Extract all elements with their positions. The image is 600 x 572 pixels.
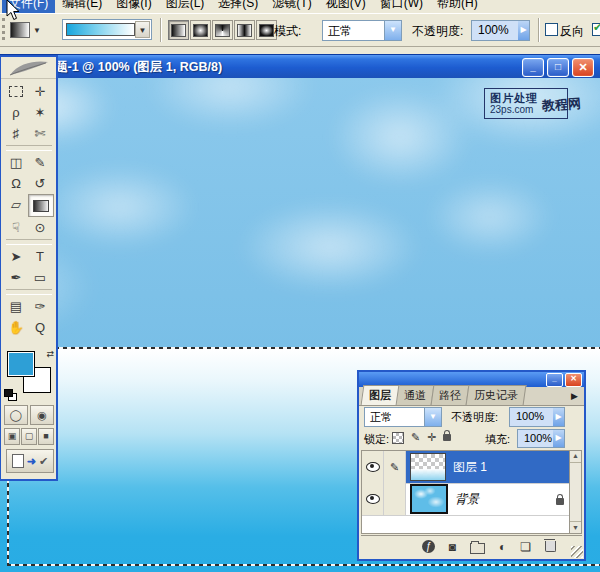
menu-图层[interactable]: 图层(L) (159, 0, 212, 13)
background-thumbnail[interactable] (410, 484, 448, 514)
tool-type[interactable]: T (28, 246, 52, 267)
add-mask-button[interactable]: ◙ (449, 541, 456, 553)
palette-resize-grip[interactable] (571, 546, 583, 558)
layer-list: ✎ 图层 1 背景 ▲ ▼ (361, 450, 582, 534)
tool-slice[interactable]: ✄ (28, 123, 52, 144)
dither-checkbox[interactable] (592, 23, 600, 36)
tool-eyedropper[interactable]: ✑ (28, 296, 52, 317)
chevron-down-icon[interactable]: ▼ (424, 408, 441, 426)
maximize-button[interactable]: □ (547, 58, 569, 77)
tab-paths[interactable]: 路径 (431, 385, 470, 405)
tool-magic-wand[interactable]: ✶ (28, 102, 52, 123)
menu-bar: 文件(F)编辑(E)图像(I)图层(L)选择(S)滤镜(T)视图(V)窗口(W)… (0, 0, 600, 13)
new-layer-button[interactable]: ❏ (520, 541, 531, 553)
tool-rect-marquee[interactable] (4, 81, 28, 102)
linear-gradient-button[interactable] (168, 20, 189, 40)
toolbox-header[interactable] (1, 57, 56, 79)
palette-menu-arrow-icon[interactable]: ▶ (571, 391, 578, 401)
foreground-color-swatch[interactable] (7, 351, 35, 377)
gradient-tool-preset-button[interactable]: ▼ (10, 21, 44, 39)
tab-history[interactable]: 历史记录 (466, 385, 527, 405)
angle-gradient-button[interactable] (212, 20, 233, 40)
tool-hand[interactable]: ✋ (4, 317, 28, 338)
layers-palette[interactable]: _ ✕ 图层 通道 路径 历史记录 ▶ 正常 ▼ 不透明度: 100% ▶ 锁定… (357, 370, 586, 561)
tool-path-select[interactable]: ➤ (4, 246, 28, 267)
jump-to-imageready-button[interactable]: ➜ ✔ (6, 449, 54, 473)
tool-notes[interactable]: ▤ (4, 296, 28, 317)
tab-channels[interactable]: 通道 (396, 385, 435, 405)
gradient-picker[interactable]: ▼ (62, 19, 152, 40)
quick-mask-mode-button[interactable]: ◉ (30, 405, 54, 425)
chevron-down-icon[interactable]: ▼ (384, 21, 401, 40)
swap-colors-icon[interactable]: ⇄ (46, 349, 54, 359)
tool-dodge[interactable]: ⊙ (28, 217, 52, 238)
layer-opacity-field[interactable]: 100% ▶ (509, 407, 565, 427)
visibility-cell[interactable] (362, 483, 384, 515)
options-bar-grip[interactable] (2, 18, 5, 40)
tool-blur[interactable]: ☟ (4, 217, 28, 238)
fullscreen-menubar-button[interactable]: ▢ (21, 428, 37, 445)
tool-gradient[interactable] (28, 194, 54, 217)
tool-history-brush[interactable]: ↺ (28, 173, 52, 194)
toolbox-palette[interactable]: ✛ρ✶♯✄◫✎Ω↺▱☟⊙➤T✒▭▤✑✋Q ⇄ ◯ ◉ ▣ ▢ ■ ➜ ✔ (0, 55, 58, 481)
layer-style-button[interactable]: ƒ (422, 540, 435, 553)
default-colors-icon[interactable] (4, 389, 16, 400)
lock-pixels-icon[interactable]: ✎ (411, 431, 420, 444)
layer-row-layer1[interactable]: ✎ 图层 1 (362, 451, 570, 484)
minimize-button[interactable]: _ (522, 58, 544, 77)
tool-lasso[interactable]: ρ (4, 102, 28, 123)
tab-layers[interactable]: 图层 (361, 385, 400, 405)
tool-eraser[interactable]: ▱ (4, 194, 28, 215)
chevron-right-icon[interactable]: ▶ (553, 408, 564, 426)
lock-position-icon[interactable]: ✛ (427, 431, 436, 444)
menu-窗口[interactable]: 窗口(W) (373, 0, 430, 13)
layer-name[interactable]: 背景 (455, 491, 556, 508)
menu-图像[interactable]: 图像(I) (109, 0, 158, 13)
reflected-gradient-button[interactable] (234, 20, 255, 40)
menu-帮助[interactable]: 帮助(H) (430, 0, 485, 13)
lock-all-icon[interactable] (443, 434, 451, 441)
tool-pen[interactable]: ✒ (4, 267, 28, 288)
chevron-right-icon[interactable]: ▶ (518, 21, 529, 40)
fill-field[interactable]: 100% ▶ (517, 429, 565, 448)
standard-screen-button[interactable]: ▣ (4, 428, 20, 445)
visibility-cell[interactable] (362, 451, 384, 483)
link-cell[interactable]: ✎ (384, 451, 406, 483)
tool-clone-stamp[interactable]: Ω (4, 173, 28, 194)
blend-mode-select[interactable]: 正常 ▼ (322, 20, 402, 41)
palette-minimize-button[interactable]: _ (546, 373, 563, 387)
opacity-field[interactable]: 100% ▶ (471, 20, 530, 41)
menu-滤镜[interactable]: 滤镜(T) (265, 0, 318, 13)
tool-zoom[interactable]: Q (28, 317, 52, 338)
layer-blend-mode-select[interactable]: 正常 ▼ (364, 407, 442, 427)
scroll-up-icon[interactable]: ▲ (570, 451, 581, 463)
delete-layer-button[interactable] (545, 541, 556, 552)
tool-move[interactable]: ✛ (28, 81, 52, 102)
chevron-right-icon[interactable]: ▶ (553, 430, 564, 447)
layer1-thumbnail[interactable] (410, 453, 446, 481)
document-window-titlebar[interactable]: 未标题-1 @ 100% (图层 1, RGB/8) _ □ ✕ (0, 54, 600, 78)
gradient-picker-dropdown[interactable]: ▼ (135, 21, 150, 38)
palette-close-button[interactable]: ✕ (565, 373, 582, 387)
tool-healing-brush[interactable]: ◫ (4, 152, 28, 173)
layer-name[interactable]: 图层 1 (453, 459, 570, 476)
layer-list-scrollbar[interactable]: ▲ ▼ (569, 451, 581, 533)
adjustment-layer-button[interactable]: ◐ (499, 541, 506, 553)
menu-选择[interactable]: 选择(S) (211, 0, 265, 13)
tool-brush[interactable]: ✎ (28, 152, 52, 173)
tool-crop[interactable]: ♯ (4, 123, 28, 144)
tool-shape[interactable]: ▭ (28, 267, 52, 288)
reverse-label[interactable]: 反向 (560, 23, 584, 40)
menu-视图[interactable]: 视图(V) (319, 0, 373, 13)
menu-编辑[interactable]: 编辑(E) (55, 0, 109, 13)
standard-mode-button[interactable]: ◯ (4, 405, 28, 425)
new-group-button[interactable] (470, 543, 485, 554)
layer-row-background[interactable]: 背景 (362, 483, 570, 516)
lock-transparency-icon[interactable] (392, 432, 404, 444)
scroll-down-icon[interactable]: ▼ (570, 521, 581, 533)
close-button[interactable]: ✕ (572, 58, 594, 77)
link-cell[interactable] (384, 483, 406, 515)
fullscreen-button[interactable]: ■ (38, 428, 54, 445)
radial-gradient-button[interactable] (190, 20, 211, 40)
reverse-checkbox[interactable] (545, 23, 558, 36)
